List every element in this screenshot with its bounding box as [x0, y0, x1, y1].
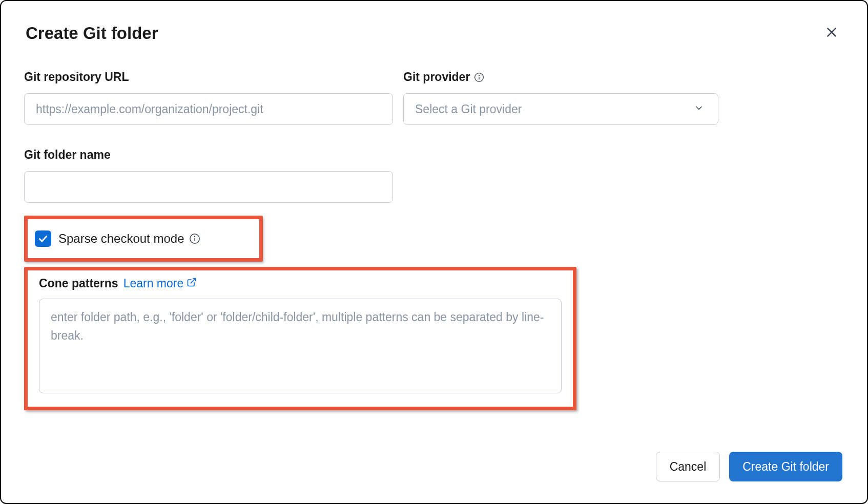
learn-more-text: Learn more: [123, 277, 184, 290]
folder-name-label: Git folder name: [24, 148, 393, 162]
cone-patterns-label: Cone patterns: [39, 277, 118, 290]
repo-url-input[interactable]: [24, 93, 393, 125]
svg-point-7: [195, 236, 195, 237]
provider-label-text: Git provider: [403, 70, 470, 84]
row-url-provider: Git repository URL Git provider Select a…: [26, 70, 842, 125]
folder-name-group: Git folder name: [24, 148, 393, 203]
sparse-checkout-highlight: Sparse checkout mode: [24, 216, 263, 262]
repo-url-label: Git repository URL: [24, 70, 393, 84]
dialog-title: Create Git folder: [26, 24, 158, 43]
provider-group: Git provider Select a Git provider: [403, 70, 718, 125]
close-icon: [825, 26, 838, 40]
cone-patterns-label-row: Cone patterns Learn more: [39, 277, 562, 290]
cone-patterns-input[interactable]: [39, 299, 562, 393]
cancel-button[interactable]: Cancel: [656, 452, 720, 481]
svg-line-8: [191, 279, 196, 283]
info-icon[interactable]: [474, 72, 484, 82]
create-button[interactable]: Create Git folder: [729, 452, 842, 481]
sparse-checkout-label-text: Sparse checkout mode: [58, 232, 184, 246]
close-button[interactable]: [821, 22, 842, 45]
dialog-footer: Cancel Create Git folder: [656, 452, 842, 481]
folder-name-input[interactable]: [24, 171, 393, 203]
info-icon[interactable]: [189, 233, 200, 244]
create-git-folder-dialog: Create Git folder Git repository URL Git…: [1, 1, 867, 503]
cone-patterns-highlight: Cone patterns Learn more: [24, 267, 576, 410]
dialog-header: Create Git folder: [26, 22, 842, 45]
external-link-icon: [187, 277, 197, 290]
provider-select-wrap: Select a Git provider: [403, 93, 718, 125]
repo-url-group: Git repository URL: [24, 70, 393, 125]
sparse-checkout-checkbox[interactable]: [35, 230, 51, 247]
provider-select[interactable]: Select a Git provider: [403, 93, 718, 125]
provider-label: Git provider: [403, 70, 718, 84]
learn-more-link[interactable]: Learn more: [123, 277, 197, 290]
svg-point-4: [479, 75, 480, 75]
sparse-checkout-label: Sparse checkout mode: [58, 232, 200, 246]
